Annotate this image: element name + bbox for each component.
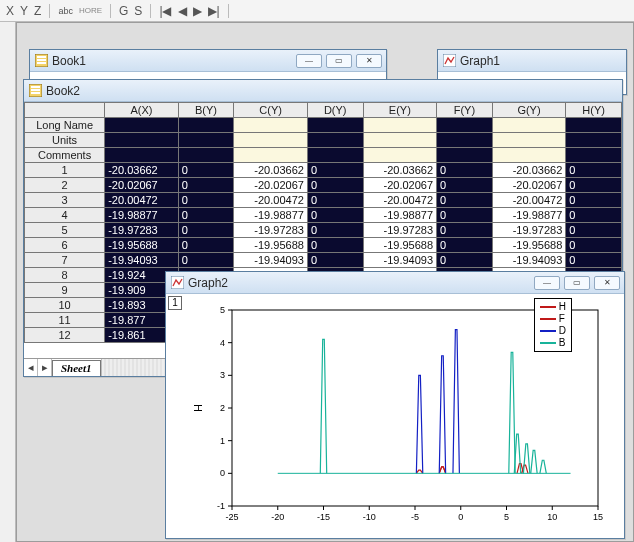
legend-item[interactable]: H (540, 301, 566, 313)
cell[interactable]: 0 (437, 208, 493, 223)
cell[interactable]: -19.97283 (105, 223, 179, 238)
row-header[interactable]: 11 (25, 313, 105, 328)
first-button[interactable]: |◀ (159, 4, 171, 18)
cell[interactable]: 0 (566, 178, 622, 193)
cell[interactable]: -20.02067 (105, 178, 179, 193)
close-button[interactable]: ✕ (594, 276, 620, 290)
cell[interactable]: -20.02067 (234, 178, 308, 193)
tab-nav-first[interactable]: ◂ (24, 359, 38, 376)
minimize-button[interactable]: — (534, 276, 560, 290)
cell[interactable]: -20.03662 (234, 163, 308, 178)
cell[interactable]: 0 (178, 253, 234, 268)
row-header[interactable]: 12 (25, 328, 105, 343)
cell[interactable]: 0 (178, 163, 234, 178)
cell[interactable]: -19.94093 (363, 253, 437, 268)
cell[interactable]: -20.02067 (363, 178, 437, 193)
cell[interactable]: 0 (307, 253, 363, 268)
legend-item[interactable]: D (540, 325, 566, 337)
cell[interactable]: 0 (437, 163, 493, 178)
row-header[interactable]: 4 (25, 208, 105, 223)
row-header[interactable]: 6 (25, 238, 105, 253)
label-abc[interactable]: abc (58, 6, 73, 16)
cell[interactable]: 0 (566, 193, 622, 208)
col-header[interactable]: C(Y) (234, 103, 308, 118)
cell[interactable]: 0 (178, 223, 234, 238)
cell[interactable]: -19.97283 (234, 223, 308, 238)
row-header[interactable]: 3 (25, 193, 105, 208)
cell[interactable]: -19.94093 (492, 253, 566, 268)
cell[interactable]: -19.98877 (492, 208, 566, 223)
table-row[interactable]: 1-20.036620-20.036620-20.036620-20.03662… (25, 163, 622, 178)
next-button[interactable]: ▶ (193, 4, 202, 18)
cell[interactable]: 0 (566, 253, 622, 268)
meta-row-label[interactable]: Long Name (25, 118, 105, 133)
legend[interactable]: HFDB (534, 298, 572, 352)
titlebar-book1[interactable]: Book1 — ▭ ✕ (30, 50, 386, 72)
legend-item[interactable]: F (540, 313, 566, 325)
table-row[interactable]: 2-20.020670-20.020670-20.020670-20.02067… (25, 178, 622, 193)
cell[interactable]: 0 (566, 238, 622, 253)
cell[interactable]: -20.03662 (363, 163, 437, 178)
window-graph2[interactable]: Graph2 — ▭ ✕ 1 -25-20-15-10-5051015-1012… (165, 271, 625, 539)
table-row[interactable]: 4-19.988770-19.988770-19.988770-19.98877… (25, 208, 622, 223)
cell[interactable]: -19.95688 (492, 238, 566, 253)
cell[interactable]: -20.00472 (363, 193, 437, 208)
cell[interactable]: -19.94093 (234, 253, 308, 268)
maximize-button[interactable]: ▭ (326, 54, 352, 68)
cell[interactable]: -19.97283 (492, 223, 566, 238)
cell[interactable]: -20.00472 (105, 193, 179, 208)
cell[interactable]: 0 (178, 178, 234, 193)
cell[interactable]: 0 (437, 193, 493, 208)
axis-x-button[interactable]: X (6, 4, 14, 18)
sheet-tab[interactable]: Sheet1 (52, 360, 101, 376)
cell[interactable]: 0 (566, 223, 622, 238)
label-hore[interactable]: HORE (79, 6, 102, 15)
cell[interactable]: 0 (307, 208, 363, 223)
row-header[interactable]: 10 (25, 298, 105, 313)
g-button[interactable]: G (119, 4, 128, 18)
prev-button[interactable]: ◀ (178, 4, 187, 18)
col-header[interactable]: G(Y) (492, 103, 566, 118)
corner-cell[interactable] (25, 103, 105, 118)
cell[interactable]: -19.94093 (105, 253, 179, 268)
cell[interactable]: 0 (307, 238, 363, 253)
titlebar-graph1[interactable]: Graph1 (438, 50, 626, 72)
col-header[interactable]: F(Y) (437, 103, 493, 118)
cell[interactable]: -20.03662 (105, 163, 179, 178)
last-button[interactable]: ▶| (208, 4, 220, 18)
cell[interactable]: -19.98877 (363, 208, 437, 223)
titlebar-book2[interactable]: Book2 (24, 80, 622, 102)
table-row[interactable]: 6-19.956880-19.956880-19.956880-19.95688… (25, 238, 622, 253)
col-header[interactable]: A(X) (105, 103, 179, 118)
cell[interactable]: -19.95688 (105, 238, 179, 253)
cell[interactable]: -20.02067 (492, 178, 566, 193)
cell[interactable]: 0 (566, 208, 622, 223)
s-button[interactable]: S (134, 4, 142, 18)
cell[interactable]: -20.00472 (492, 193, 566, 208)
col-header[interactable]: B(Y) (178, 103, 234, 118)
maximize-button[interactable]: ▭ (564, 276, 590, 290)
cell[interactable]: -19.97283 (363, 223, 437, 238)
cell[interactable]: -20.03662 (492, 163, 566, 178)
col-header[interactable]: E(Y) (363, 103, 437, 118)
tab-nav-next[interactable]: ▸ (38, 359, 52, 376)
cell[interactable]: 0 (178, 208, 234, 223)
row-header[interactable]: 1 (25, 163, 105, 178)
col-header[interactable]: H(Y) (566, 103, 622, 118)
cell[interactable]: 0 (437, 178, 493, 193)
cell[interactable]: 0 (566, 163, 622, 178)
cell[interactable]: 0 (437, 223, 493, 238)
cell[interactable]: 0 (178, 238, 234, 253)
cell[interactable]: 0 (178, 193, 234, 208)
cell[interactable]: 0 (307, 223, 363, 238)
axis-y-button[interactable]: Y (20, 4, 28, 18)
row-header[interactable]: 9 (25, 283, 105, 298)
minimize-button[interactable]: — (296, 54, 322, 68)
row-header[interactable]: 2 (25, 178, 105, 193)
cell[interactable]: -19.95688 (234, 238, 308, 253)
table-row[interactable]: 3-20.004720-20.004720-20.004720-20.00472… (25, 193, 622, 208)
cell[interactable]: 0 (307, 193, 363, 208)
cell[interactable]: -19.98877 (234, 208, 308, 223)
meta-row-label[interactable]: Comments (25, 148, 105, 163)
cell[interactable]: 0 (307, 163, 363, 178)
